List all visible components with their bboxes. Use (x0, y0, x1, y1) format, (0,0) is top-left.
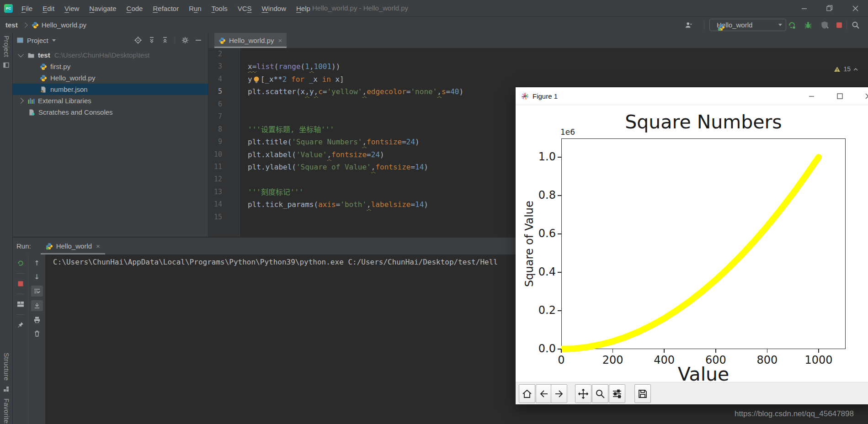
axis-offset-text: 1e6 (560, 127, 575, 137)
editor-gutter: 23456789101112131415 (208, 48, 240, 237)
project-tab-icon (17, 37, 23, 43)
figure-maximize-icon[interactable] (829, 87, 850, 105)
tree-item-external-libraries[interactable]: External Libraries (13, 95, 208, 106)
x-tick-mark (818, 349, 819, 353)
close-tab-icon[interactable]: × (278, 37, 282, 44)
zoom-button[interactable] (592, 384, 608, 403)
menu-navigate[interactable]: Navigate (84, 0, 121, 16)
python-file-icon (218, 37, 226, 44)
soft-wrap-toggle[interactable] (31, 286, 43, 297)
restore-icon[interactable] (817, 0, 842, 16)
menu-bar: PC FileEditViewNavigateCodeRefactorRunTo… (0, 0, 868, 17)
close-tab-icon[interactable]: × (96, 242, 100, 250)
chart-title: Square Numbers (561, 111, 846, 133)
figure-title-bar[interactable]: Figure 1 (516, 87, 868, 105)
print-icon[interactable] (32, 315, 42, 325)
py-icon (40, 63, 47, 70)
forward-button[interactable] (551, 384, 567, 403)
chevron-down-icon[interactable] (18, 52, 24, 58)
tree-item-number-json[interactable]: number.json (13, 84, 208, 95)
gear-icon[interactable] (181, 36, 189, 44)
y-tick-label: 1.0 (528, 150, 556, 163)
toolwindow-project-button[interactable]: Project (3, 36, 10, 57)
home-button[interactable] (519, 384, 535, 403)
run-tab-hello-world[interactable]: Hello_world × (42, 238, 104, 254)
menu-file[interactable]: File (16, 0, 37, 16)
breadcrumb: test Hello_world.py (5, 17, 86, 33)
menu-edit[interactable]: Edit (37, 0, 59, 16)
figure-close-icon[interactable] (857, 87, 868, 105)
toolbar-divider (704, 21, 704, 30)
y-tick-mark (558, 310, 561, 311)
menu-code[interactable]: Code (122, 0, 148, 16)
collapse-all-icon[interactable] (161, 37, 169, 44)
stop-button[interactable] (16, 279, 26, 289)
up-stack-trace-icon[interactable]: ↑ (32, 258, 42, 268)
project-panel-actions (134, 36, 208, 44)
scroll-to-end-toggle[interactable] (31, 300, 43, 311)
chevron-right-icon[interactable] (18, 98, 24, 104)
tree-item-test[interactable]: testC:\Users\ChunHai\Desktop\test (13, 49, 208, 61)
line-number: 3 (208, 60, 240, 73)
breadcrumb-project[interactable]: test (5, 21, 18, 29)
menu-refactor[interactable]: Refactor (148, 0, 184, 16)
y-tick-label: 0.6 (528, 227, 556, 240)
run-button[interactable] (787, 21, 796, 30)
down-stack-trace-icon[interactable]: ↓ (32, 272, 42, 282)
inspection-widget[interactable]: 15 (834, 65, 858, 73)
rerun-button[interactable] (16, 258, 26, 268)
tree-item-hello-world-py[interactable]: Hello_world.py (13, 72, 208, 84)
tree-item-label: External Libraries (38, 97, 91, 105)
code-line-4: y[_x**2 for _x in x] (240, 73, 868, 85)
pin-icon[interactable] (16, 320, 26, 330)
window-title: Hello_world.py - Hello_world.py (312, 0, 408, 16)
menu-vcs[interactable]: VCS (233, 0, 257, 16)
stop-button[interactable] (835, 21, 844, 30)
configure-subplots-button[interactable] (609, 384, 625, 403)
intention-bulb-icon[interactable] (253, 74, 260, 82)
project-panel-header: Project (13, 33, 208, 48)
line-number: 14 (208, 198, 240, 211)
csdn-watermark: https://blog.csdn.net/qq_45647898 (735, 409, 854, 419)
menu-help[interactable]: Help (291, 0, 315, 16)
toolwindow-favorites-button[interactable]: Favorites (3, 398, 10, 424)
matplotlib-figure-window[interactable]: Figure 1 Square Numbers 1e6 Square of Va… (516, 87, 868, 404)
expand-all-icon[interactable] (148, 37, 155, 44)
breadcrumb-chevron-icon (22, 22, 27, 27)
project-panel-title[interactable]: Project (27, 37, 48, 44)
console-output: C:\Users\ChunHai\AppData\Local\Programs\… (53, 258, 498, 266)
hide-panel-icon[interactable] (195, 37, 202, 43)
breadcrumb-file[interactable]: Hello_world.py (42, 21, 86, 29)
menu-run[interactable]: Run (184, 0, 207, 16)
close-icon[interactable] (842, 0, 868, 16)
y-axis-label: Square of Value (523, 138, 536, 349)
coverage-button[interactable] (820, 21, 829, 30)
tree-item-first-py[interactable]: first.py (13, 61, 208, 72)
run-configuration-selector[interactable]: Hello_world (709, 19, 786, 31)
minimize-icon[interactable] (791, 0, 817, 16)
pan-button[interactable] (575, 384, 591, 403)
editor-tab-hello-world[interactable]: Hello_world.py × (214, 33, 287, 48)
restore-layout-button[interactable] (16, 299, 26, 309)
tree-item-scratches-and-consoles[interactable]: Scratches and Consoles (13, 106, 208, 118)
debug-button[interactable] (804, 21, 813, 30)
figure-minimize-icon[interactable] (801, 87, 822, 105)
menu-tools[interactable]: Tools (207, 0, 233, 16)
toolbar-divider (16, 273, 24, 274)
toolbar-divider (175, 37, 175, 44)
toolwindow-structure-button[interactable]: Structure (3, 353, 10, 381)
search-icon[interactable] (851, 21, 860, 30)
plot-axes (561, 138, 846, 349)
x-tick-label: 200 (595, 354, 631, 366)
json-icon (40, 86, 47, 93)
x-tick-mark (767, 349, 768, 353)
menu-view[interactable]: View (59, 0, 84, 16)
back-button[interactable] (536, 384, 552, 403)
clear-console-icon[interactable] (32, 329, 42, 339)
user-icon[interactable] (685, 21, 694, 30)
save-button[interactable] (634, 384, 651, 403)
code-line-2 (240, 48, 868, 60)
locate-file-icon[interactable] (134, 36, 142, 44)
menu-window[interactable]: Window (257, 0, 291, 16)
figure-toolbar (516, 382, 868, 404)
